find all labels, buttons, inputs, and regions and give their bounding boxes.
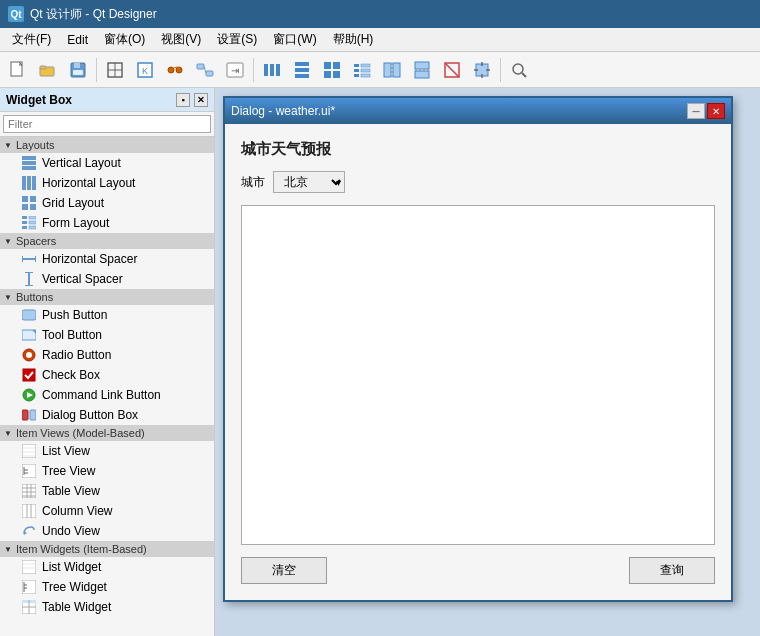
widget-item-table-view-label: Table View <box>42 484 100 498</box>
dialog-city-row: 城市 北京 上海 广州 深圳 <box>241 171 715 193</box>
svg-rect-13 <box>197 64 204 69</box>
vertical-layout-icon <box>22 156 36 170</box>
dialog-clear-btn[interactable]: 清空 <box>241 557 327 584</box>
toolbar-layout-vsplit-btn[interactable] <box>408 56 436 84</box>
dialog-city-label: 城市 <box>241 174 265 191</box>
category-spacers[interactable]: ▼ Spacers <box>0 233 214 249</box>
category-item-views[interactable]: ▼ Item Views (Model-Based) <box>0 425 214 441</box>
widget-item-tree-view[interactable]: Tree View <box>0 461 214 481</box>
widget-item-tree-widget[interactable]: Tree Widget <box>0 577 214 597</box>
toolbar-new-btn[interactable] <box>4 56 32 84</box>
dialog-display-area <box>241 205 715 545</box>
widget-item-vertical-layout[interactable]: Vertical Layout <box>0 153 214 173</box>
horizontal-spacer-icon <box>22 252 36 266</box>
dialog-buttons: 清空 查询 <box>241 557 715 584</box>
widget-item-list-view-label: List View <box>42 444 90 458</box>
toolbar-open-btn[interactable] <box>34 56 62 84</box>
category-buttons-arrow: ▼ <box>4 293 12 302</box>
dialog-minimize-btn[interactable]: ─ <box>687 103 705 119</box>
widget-item-command-link[interactable]: Command Link Button <box>0 385 214 405</box>
menu-edit[interactable]: Edit <box>59 31 96 49</box>
dialog-city-select[interactable]: 北京 上海 广州 深圳 <box>273 171 345 193</box>
svg-rect-18 <box>264 64 268 76</box>
widget-item-radio-button[interactable]: Radio Button <box>0 345 214 365</box>
svg-rect-63 <box>22 226 27 229</box>
toolbar-layout-grid-btn[interactable] <box>318 56 346 84</box>
widget-item-column-view-label: Column View <box>42 504 112 518</box>
widget-item-tool-button[interactable]: Tool Button <box>0 325 214 345</box>
menu-view[interactable]: 视图(V) <box>153 29 209 50</box>
toolbar-adjust-size-btn[interactable] <box>468 56 496 84</box>
toolbar-tab-order-btn[interactable]: ⇥ <box>221 56 249 84</box>
widget-box-close-btn[interactable]: ✕ <box>194 93 208 107</box>
toolbar-layout-h-btn[interactable] <box>258 56 286 84</box>
svg-rect-28 <box>354 64 359 67</box>
toolbar-zoom-btn[interactable] <box>505 56 533 84</box>
widget-box: Widget Box ▪ ✕ ▼ Layouts Vertical Layout <box>0 88 215 636</box>
svg-rect-79 <box>22 410 28 420</box>
form-layout-icon <box>22 216 36 230</box>
widget-item-horizontal-spacer[interactable]: Horizontal Spacer <box>0 249 214 269</box>
category-item-views-label: Item Views (Model-Based) <box>16 427 145 439</box>
svg-rect-20 <box>276 64 280 76</box>
widget-item-check-box[interactable]: Check Box <box>0 365 214 385</box>
svg-rect-57 <box>22 204 28 210</box>
widget-filter-input[interactable] <box>3 115 211 133</box>
dialog-title-buttons: ─ ✕ <box>687 103 725 119</box>
category-buttons-label: Buttons <box>16 291 53 303</box>
svg-rect-24 <box>324 62 331 69</box>
toolbar-sep-1 <box>96 58 97 82</box>
toolbar-widget-editor-btn[interactable] <box>101 56 129 84</box>
widget-box-undock-btn[interactable]: ▪ <box>176 93 190 107</box>
svg-rect-30 <box>354 69 359 72</box>
widget-item-vertical-spacer[interactable]: Vertical Spacer <box>0 269 214 289</box>
svg-rect-21 <box>295 62 309 66</box>
toolbar-save-btn[interactable] <box>64 56 92 84</box>
menu-window2[interactable]: 窗口(W) <box>265 29 324 50</box>
widget-item-push-button[interactable]: Push Button <box>0 305 214 325</box>
toolbar-buddies-btn[interactable] <box>191 56 219 84</box>
widget-item-list-widget[interactable]: List Widget <box>0 557 214 577</box>
dialog-close-btn[interactable]: ✕ <box>707 103 725 119</box>
toolbar-break-layout-btn[interactable] <box>438 56 466 84</box>
toolbar-edit-widgets-btn[interactable]: K <box>131 56 159 84</box>
widget-item-column-view[interactable]: Column View <box>0 501 214 521</box>
widget-item-dialog-button-box-label: Dialog Button Box <box>42 408 138 422</box>
widget-item-list-view[interactable]: List View <box>0 441 214 461</box>
toolbar-layout-form-btn[interactable] <box>348 56 376 84</box>
horizontal-layout-icon <box>22 176 36 190</box>
svg-rect-95 <box>22 504 36 518</box>
widget-item-table-view[interactable]: Table View <box>0 481 214 501</box>
category-item-views-arrow: ▼ <box>4 429 12 438</box>
toolbar-layout-hsplit-btn[interactable] <box>378 56 406 84</box>
menu-window[interactable]: 窗体(O) <box>96 29 153 50</box>
widget-item-vertical-layout-label: Vertical Layout <box>42 156 121 170</box>
widget-item-grid-layout[interactable]: Grid Layout <box>0 193 214 213</box>
app-icon: Qt <box>8 6 24 22</box>
svg-rect-32 <box>354 74 359 77</box>
widget-item-dialog-button-box[interactable]: Dialog Button Box <box>0 405 214 425</box>
svg-rect-2 <box>40 66 46 69</box>
category-buttons[interactable]: ▼ Buttons <box>0 289 214 305</box>
widget-item-form-layout[interactable]: Form Layout <box>0 213 214 233</box>
svg-rect-22 <box>295 68 309 72</box>
widget-item-table-widget[interactable]: Table Widget <box>0 597 214 617</box>
category-layouts[interactable]: ▼ Layouts <box>0 137 214 153</box>
toolbar-signals-btn[interactable] <box>161 56 189 84</box>
menu-file[interactable]: 文件(F) <box>4 29 59 50</box>
svg-rect-54 <box>32 176 36 190</box>
category-item-widgets[interactable]: ▼ Item Widgets (Item-Based) <box>0 541 214 557</box>
svg-rect-76 <box>23 369 35 381</box>
svg-rect-5 <box>73 70 83 75</box>
widget-box-header: Widget Box ▪ ✕ <box>0 88 214 112</box>
toolbar-layout-v-btn[interactable] <box>288 56 316 84</box>
dialog-button-box-icon <box>22 408 36 422</box>
widget-item-undo-view[interactable]: Undo View <box>0 521 214 541</box>
svg-rect-52 <box>22 176 26 190</box>
canvas-area[interactable]: Dialog - weather.ui* ─ ✕ 城市天气预报 城市 北京 上海… <box>215 88 760 636</box>
dialog-query-btn[interactable]: 查询 <box>629 557 715 584</box>
widget-item-horizontal-layout[interactable]: Horizontal Layout <box>0 173 214 193</box>
menu-settings[interactable]: 设置(S) <box>209 29 265 50</box>
widget-item-table-widget-label: Table Widget <box>42 600 111 614</box>
menu-help[interactable]: 帮助(H) <box>325 29 382 50</box>
